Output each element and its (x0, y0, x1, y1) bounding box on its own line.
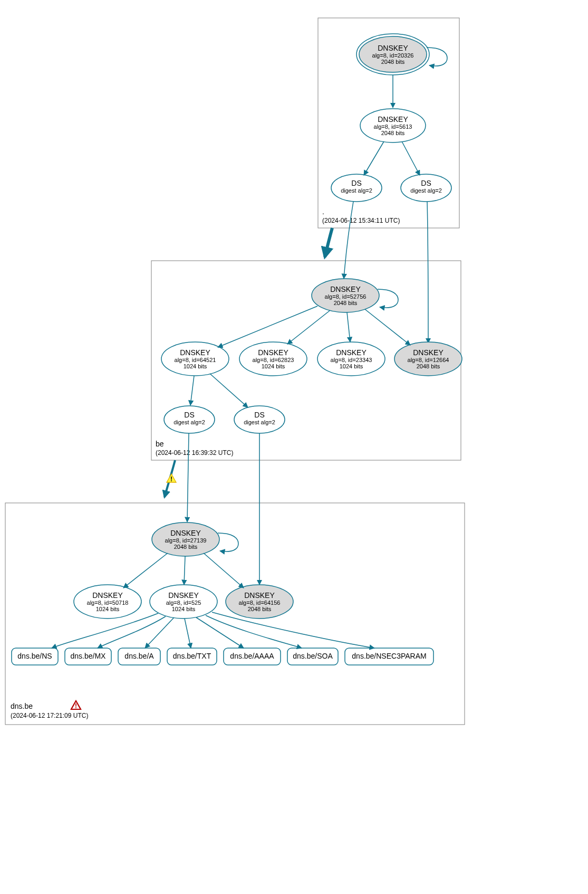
dnssec-graph: . (2024-06-12 15:34:11 UTC) DNSKEY alg=8… (0, 0, 588, 894)
svg-text:!: ! (170, 475, 172, 483)
svg-text:DS: DS (351, 179, 361, 187)
svg-text:DNSKEY: DNSKEY (244, 591, 275, 600)
svg-text:!: ! (75, 702, 77, 710)
edge-bezsk1-ds2 (210, 374, 248, 407)
svg-text:dns.be/NSEC3PARAM: dns.be/NSEC3PARAM (352, 652, 426, 660)
svg-text:alg=8, id=23343: alg=8, id=23343 (331, 357, 372, 363)
edge-rootds1-beksk (344, 202, 353, 279)
svg-text:1024 bits: 1024 bits (96, 606, 120, 612)
edge-beksk-key4 (365, 309, 410, 345)
svg-text:2048 bits: 2048 bits (334, 300, 358, 306)
svg-text:DS: DS (254, 411, 264, 419)
edge-zsk2-mx (98, 616, 166, 648)
svg-text:2048 bits: 2048 bits (174, 544, 198, 550)
svg-text:1024 bits: 1024 bits (172, 606, 196, 612)
svg-text:alg=8, id=27139: alg=8, id=27139 (165, 537, 207, 544)
svg-text:digest alg=2: digest alg=2 (341, 187, 372, 194)
svg-text:dns.be/A: dns.be/A (124, 652, 154, 660)
zone-root-label: . (322, 207, 324, 216)
edge-zsk2-soa (206, 615, 302, 648)
node-be-key4: DNSKEY alg=8, id=12664 2048 bits (394, 342, 462, 376)
svg-text:DNSKEY: DNSKEY (330, 285, 361, 293)
edge-delegation-root-be (325, 228, 332, 257)
svg-text:alg=8, id=20326: alg=8, id=20326 (372, 52, 414, 59)
node-dnsbe-zsk1: DNSKEY alg=8, id=50718 1024 bits (74, 585, 141, 619)
edge-dnsbeksk-zsk1 (123, 553, 168, 588)
svg-text:DNSKEY: DNSKEY (378, 44, 408, 52)
svg-text:2048 bits: 2048 bits (381, 59, 405, 65)
svg-text:alg=8, id=50718: alg=8, id=50718 (87, 600, 129, 606)
svg-text:DNSKEY: DNSKEY (258, 348, 288, 357)
edge-rootds2-bekey4 (427, 202, 428, 343)
svg-text:alg=8, id=64156: alg=8, id=64156 (239, 600, 281, 606)
svg-text:dns.be/NS: dns.be/NS (17, 652, 52, 660)
svg-text:1024 bits: 1024 bits (262, 363, 285, 369)
svg-text:1024 bits: 1024 bits (340, 363, 363, 369)
edge-bezsk1-ds1 (190, 376, 194, 405)
svg-text:alg=8, id=525: alg=8, id=525 (166, 600, 201, 606)
svg-text:2048 bits: 2048 bits (417, 363, 440, 369)
svg-text:DNSKEY: DNSKEY (168, 591, 199, 600)
zone-be-label: be (156, 440, 164, 448)
svg-text:alg=8, id=62823: alg=8, id=62823 (253, 357, 294, 363)
svg-text:DNSKEY: DNSKEY (92, 591, 123, 600)
node-root-ksk: DNSKEY alg=8, id=20326 2048 bits (356, 34, 429, 75)
svg-text:dns.be/SOA: dns.be/SOA (293, 652, 333, 660)
node-be-zsk2: DNSKEY alg=8, id=62823 1024 bits (239, 342, 307, 376)
svg-text:DNSKEY: DNSKEY (336, 348, 367, 357)
node-dnsbe-key3: DNSKEY alg=8, id=64156 2048 bits (226, 585, 293, 619)
edge-zsk2-a (145, 617, 174, 648)
node-root-ds1: DS digest alg=2 (331, 174, 382, 202)
node-dnsbe-zsk2: DNSKEY alg=8, id=525 1024 bits (150, 585, 217, 619)
svg-text:DNSKEY: DNSKEY (180, 348, 210, 357)
svg-text:DNSKEY: DNSKEY (378, 115, 408, 123)
node-be-ds1: DS digest alg=2 (164, 406, 215, 433)
svg-text:alg=8, id=5613: alg=8, id=5613 (374, 123, 412, 130)
edge-beksk-zsk2 (287, 310, 330, 344)
svg-text:alg=8, id=12664: alg=8, id=12664 (408, 357, 449, 363)
node-be-ds2: DS digest alg=2 (234, 406, 285, 433)
edge-beds1-dnsbeksk (187, 433, 189, 522)
edge-rootzsk-ds1 (364, 141, 384, 175)
svg-text:1024 bits: 1024 bits (184, 363, 207, 369)
zone-be-timestamp: (2024-06-12 16:39:32 UTC) (156, 449, 233, 456)
svg-text:alg=8, id=64521: alg=8, id=64521 (175, 357, 216, 363)
rrset-row: dns.be/NS dns.be/MX dns.be/A dns.be/TXT … (12, 648, 433, 665)
svg-text:digest alg=2: digest alg=2 (244, 419, 275, 425)
svg-text:2048 bits: 2048 bits (248, 606, 272, 612)
svg-text:alg=8, id=52756: alg=8, id=52756 (325, 293, 367, 300)
zone-dnsbe-timestamp: (2024-06-12 17:21:09 UTC) (11, 712, 88, 719)
node-be-zsk3: DNSKEY alg=8, id=23343 1024 bits (317, 342, 385, 376)
svg-text:DS: DS (421, 179, 431, 187)
edge-dnsbeksk-key3 (204, 553, 244, 588)
zone-root-timestamp: (2024-06-12 15:34:11 UTC) (322, 217, 400, 224)
edge-dnsbeksk-zsk2 (184, 556, 185, 585)
edge-zsk2-txt (185, 619, 191, 648)
svg-text:digest alg=2: digest alg=2 (410, 187, 442, 194)
node-be-ksk: DNSKEY alg=8, id=52756 2048 bits (312, 279, 379, 312)
error-icon: ! (71, 701, 81, 710)
edge-root-ksk-selfloop (427, 47, 447, 66)
edge-rootzsk-ds2 (402, 141, 420, 175)
svg-text:dns.be/MX: dns.be/MX (71, 652, 107, 660)
edge-beksk-selfloop (378, 289, 398, 308)
svg-text:DNSKEY: DNSKEY (170, 529, 201, 537)
edge-beksk-zsk3 (347, 312, 350, 342)
svg-text:2048 bits: 2048 bits (381, 130, 405, 136)
svg-text:digest alg=2: digest alg=2 (173, 419, 205, 425)
edge-zsk2-nsec3 (212, 612, 374, 648)
node-root-ds2: DS digest alg=2 (401, 174, 451, 202)
zone-dnsbe-box (5, 503, 465, 725)
svg-text:dns.be/AAAA: dns.be/AAAA (230, 652, 274, 660)
svg-text:DNSKEY: DNSKEY (413, 348, 444, 357)
zone-dnsbe-label: dns.be (11, 702, 33, 710)
node-root-zsk: DNSKEY alg=8, id=5613 2048 bits (360, 109, 426, 142)
node-dnsbe-ksk: DNSKEY alg=8, id=27139 2048 bits (152, 522, 219, 556)
svg-text:dns.be/TXT: dns.be/TXT (173, 652, 211, 660)
edge-dnsbeksk-selfloop (218, 533, 238, 551)
svg-text:DS: DS (184, 411, 194, 419)
warning-icon: ! (167, 474, 176, 483)
edge-beksk-zsk1 (218, 306, 317, 347)
